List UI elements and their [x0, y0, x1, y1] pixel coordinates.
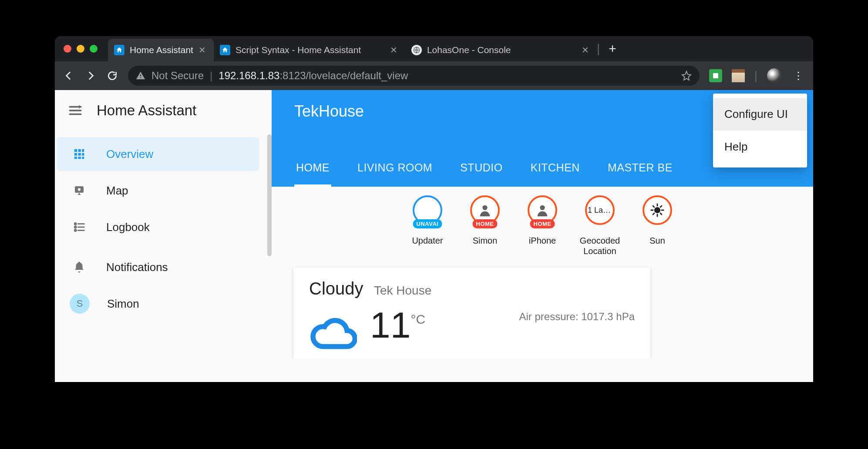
weather-card[interactable]: Cloudy Tek House 11°C Air pressure: 1017…: [293, 268, 650, 359]
app-title: Home Assistant: [97, 102, 196, 119]
tab-kitchen[interactable]: KITCHEN: [529, 157, 582, 187]
sidebar-header: Home Assistant: [55, 90, 272, 131]
sidebar-item-map[interactable]: Map: [57, 174, 259, 208]
url-host: 192.168.1.83:8123/lovelace/default_view: [219, 70, 408, 82]
tab-label: Script Syntax - Home Assistant: [236, 45, 385, 55]
svg-rect-4: [82, 149, 84, 152]
tab-label: Home Assistant: [130, 45, 193, 55]
sidebar-item-logbook[interactable]: Logbook: [57, 210, 259, 244]
svg-rect-7: [82, 153, 84, 156]
tab-lohasone[interactable]: LohasOne - Console ✕: [405, 39, 597, 61]
svg-point-16: [482, 205, 487, 210]
badge-label: iPhone: [529, 227, 556, 246]
svg-point-17: [540, 205, 545, 210]
cloud-icon: [309, 311, 353, 354]
badge-circle: [643, 195, 672, 225]
extension-icon[interactable]: [709, 69, 722, 82]
divider: |: [597, 42, 600, 56]
tab-home-assistant[interactable]: Home Assistant ✕: [108, 39, 214, 61]
badge-label: Geocoded Location: [578, 227, 622, 256]
badge-state: HOME: [473, 219, 498, 228]
bookmark-star-icon[interactable]: [681, 70, 692, 81]
divider: |: [210, 70, 212, 82]
badge-label: Simon: [473, 227, 498, 246]
weather-condition: Cloudy: [309, 279, 363, 298]
sidebar: Home Assistant Overview Map: [55, 90, 272, 382]
badge-circle: HOME: [470, 195, 500, 225]
sidebar-item-notifications[interactable]: Notifications: [57, 250, 259, 284]
bell-icon: [70, 258, 89, 277]
svg-rect-3: [78, 149, 81, 152]
browser-menu-icon[interactable]: ⋮: [791, 70, 805, 82]
tab-favicon-icon: [114, 45, 124, 55]
tab-bar: Home Assistant ✕ Script Syntax - Home As…: [55, 36, 813, 61]
new-tab-button[interactable]: +: [600, 41, 625, 56]
badge-text: 1 Lan…: [588, 206, 612, 215]
badge-geocoded-location[interactable]: 1 Lan… Geocoded Location: [578, 195, 622, 256]
user-avatar-icon: S: [70, 294, 90, 314]
badge-simon[interactable]: HOME Simon: [463, 195, 507, 256]
svg-rect-8: [74, 157, 77, 159]
svg-point-13: [74, 223, 76, 225]
overflow-menu: Configure UI Help: [713, 94, 807, 168]
close-window-button[interactable]: [64, 45, 71, 53]
person-icon: [535, 203, 550, 218]
tab-living-room[interactable]: LIVING ROOM: [356, 157, 434, 187]
menu-toggle-icon[interactable]: [68, 103, 83, 118]
badge-label: Sun: [649, 227, 665, 246]
badge-label: Updater: [412, 227, 443, 246]
tab-home[interactable]: HOME: [294, 157, 331, 187]
security-warning-icon: [136, 71, 145, 80]
tabs: Home Assistant ✕ Script Syntax - Home As…: [108, 36, 597, 61]
sidebar-item-label: Notifications: [106, 261, 168, 274]
person-icon: [478, 203, 492, 218]
badge-sun[interactable]: Sun: [636, 195, 679, 256]
close-tab-icon[interactable]: ✕: [198, 46, 206, 54]
sun-icon: [650, 203, 665, 218]
menu-configure-ui[interactable]: Configure UI: [713, 98, 807, 131]
sidebar-item-label: Logbook: [106, 221, 150, 234]
close-tab-icon[interactable]: ✕: [582, 46, 589, 54]
nav-reload-button[interactable]: [106, 70, 118, 82]
main-panel: TekHouse HOME LIVING ROOM STUDIO KITCHEN…: [272, 90, 813, 382]
sidebar-item-label: Overview: [106, 147, 153, 161]
tab-label: LohasOne - Console: [427, 45, 576, 55]
nav-back-button[interactable]: [63, 70, 75, 82]
url-input[interactable]: Not Secure | 192.168.1.83:8123/lovelace/…: [128, 66, 700, 86]
svg-rect-2: [74, 149, 77, 152]
badge-circle: HOME: [528, 195, 557, 225]
app-content: Home Assistant Overview Map: [55, 90, 813, 382]
badge-updater[interactable]: UNAVAI Updater: [406, 195, 449, 256]
security-status: Not Secure: [151, 70, 204, 82]
badge-circle: 1 Lan…: [585, 195, 615, 225]
window-controls: [64, 45, 108, 53]
badge-state: HOME: [530, 219, 555, 228]
nav-forward-button[interactable]: [84, 70, 97, 82]
weather-location: Tek House: [374, 284, 431, 297]
browser-window: Home Assistant ✕ Script Syntax - Home As…: [55, 36, 813, 382]
profile-avatar[interactable]: [767, 68, 782, 83]
extension-icon[interactable]: [732, 69, 745, 82]
maximize-window-button[interactable]: [90, 45, 98, 53]
svg-point-14: [74, 226, 76, 228]
sidebar-item-label: Map: [106, 184, 128, 198]
map-marker-icon: [70, 181, 89, 200]
badge-iphone[interactable]: HOME iPhone: [521, 195, 564, 256]
svg-rect-10: [82, 157, 84, 159]
badge-row: UNAVAI Updater HOME Simon: [293, 192, 791, 264]
sidebar-item-user[interactable]: S Simon: [57, 287, 259, 321]
badge-circle: UNAVAI: [413, 195, 442, 225]
svg-rect-9: [78, 157, 81, 159]
close-tab-icon[interactable]: ✕: [390, 46, 397, 54]
tab-studio[interactable]: STUDIO: [458, 157, 504, 187]
sidebar-item-overview[interactable]: Overview: [57, 137, 259, 171]
minimize-window-button[interactable]: [77, 45, 84, 53]
tab-master-bedroom[interactable]: MASTER BE: [606, 157, 674, 187]
sidebar-scrollbar[interactable]: [267, 134, 272, 256]
menu-help[interactable]: Help: [713, 131, 807, 163]
logbook-icon: [70, 218, 89, 237]
svg-rect-5: [74, 153, 77, 156]
sidebar-item-label: Simon: [107, 297, 139, 311]
tab-script-syntax[interactable]: Script Syntax - Home Assistant ✕: [214, 39, 405, 61]
svg-rect-6: [78, 153, 81, 156]
